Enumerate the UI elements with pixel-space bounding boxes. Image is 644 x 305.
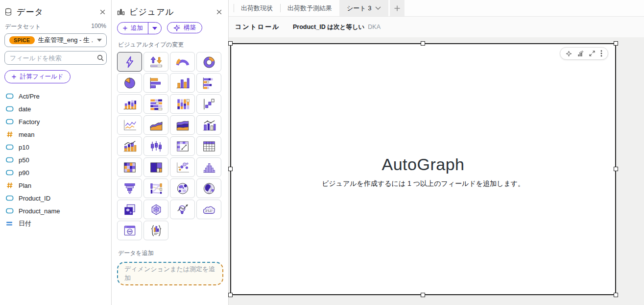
field-item-p50[interactable]: p50 — [4, 153, 107, 166]
measure-hash-icon — [5, 131, 14, 138]
dataset-label: データセット — [5, 23, 41, 31]
field-label: p90 — [19, 169, 29, 177]
sheet-tab-出荷数予測結果[interactable]: 出荷数予測結果 — [280, 0, 339, 16]
build-visual-icon[interactable] — [577, 51, 584, 57]
add-visual-split-button: 追加 — [117, 22, 162, 34]
dimension-icon — [5, 170, 14, 176]
resize-handle[interactable] — [228, 167, 233, 171]
visual-type-kpi-icon[interactable] — [143, 52, 168, 72]
autograph-title: AutoGraph — [276, 155, 570, 174]
dimension-icon — [5, 119, 14, 125]
build-button[interactable]: 構築 — [167, 22, 202, 33]
search-input[interactable] — [9, 54, 97, 62]
visual-type-bar-vertical-stacked-icon[interactable] — [117, 94, 142, 114]
field-well-placeholder[interactable]: ディメンションまたは測定を追加 — [117, 262, 223, 285]
visual-type-insights-icon[interactable] — [170, 200, 195, 219]
visual-type-area-icon[interactable] — [143, 115, 168, 135]
field-item-Product_name[interactable]: Product_name — [4, 204, 107, 217]
sheet-tabbar: 出荷数現状出荷数予測結果シート 3 — [229, 0, 644, 17]
sheet-tab-label: 出荷数予測結果 — [287, 4, 332, 13]
visual-type-pie-icon[interactable] — [117, 73, 142, 93]
maximize-icon[interactable] — [589, 51, 595, 56]
field-item-Factory[interactable]: Factory — [4, 115, 107, 128]
visual-type-bar-vertical-icon[interactable] — [170, 73, 195, 93]
resize-handle[interactable] — [421, 41, 425, 46]
visual-type-donut-icon[interactable] — [196, 52, 221, 72]
field-item-日付[interactable]: 日付 — [4, 217, 107, 230]
controls-bar: コントロール Product_ID は次と等しい DKA — [229, 17, 644, 38]
spice-badge: SPICE — [9, 36, 35, 44]
field-label: date — [19, 105, 31, 113]
field-list: Act/PredateFactorymeanp10p50p90PlanProdu… — [4, 90, 107, 230]
visual-type-area-stacked-icon[interactable] — [170, 115, 195, 135]
visual-type-funnel-icon[interactable] — [117, 178, 142, 198]
data-panel: データ データセット 100% SPICE 生産管理_eng - 生 ... 計… — [0, 0, 112, 305]
field-item-p90[interactable]: p90 — [4, 166, 107, 179]
visual-type-autograph-icon[interactable] — [117, 52, 142, 72]
field-item-mean[interactable]: mean — [4, 128, 107, 141]
visual-type-map-layers-icon[interactable] — [117, 200, 142, 219]
visual-type-map-filled-icon[interactable] — [196, 178, 221, 198]
close-data-panel-icon[interactable] — [98, 8, 107, 16]
visual-type-boxplot-icon[interactable] — [143, 136, 168, 156]
visual-type-table-icon[interactable] — [196, 136, 221, 156]
visual-type-sankey-icon[interactable] — [143, 178, 168, 198]
main-area: 出荷数現状出荷数予測結果シート 3 コントロール Product_ID は次と等… — [229, 0, 644, 305]
plus-icon — [122, 25, 128, 31]
chevron-down-icon[interactable] — [375, 6, 381, 10]
resize-handle[interactable] — [614, 167, 618, 171]
visual-type-heatmap-icon[interactable] — [117, 157, 142, 177]
selected-visual[interactable]: AutoGraph ビジュアルを作成するには 1 つ以上のフィールドを追加します… — [230, 43, 616, 295]
close-visual-panel-icon[interactable] — [215, 8, 223, 16]
field-label: Product_name — [19, 207, 60, 215]
resize-handle[interactable] — [421, 293, 425, 297]
add-visual-button[interactable]: 追加 — [118, 23, 148, 34]
field-label: Factory — [19, 118, 40, 126]
visual-type-scatter-icon[interactable] — [170, 157, 195, 177]
add-visual-dropdown[interactable] — [148, 23, 161, 34]
sheet-tab-出荷数現状[interactable]: 出荷数現状 — [234, 0, 280, 16]
sparkle-icon[interactable] — [566, 51, 572, 57]
resize-handle[interactable] — [228, 293, 233, 297]
filter-control-name: Product_ID は次と等しい — [293, 23, 364, 31]
visual-type-word-cloud-icon[interactable] — [196, 200, 221, 219]
visual-type-line-icon[interactable] — [117, 115, 142, 135]
field-item-Act/Pre[interactable]: Act/Pre — [4, 90, 107, 102]
field-label: Act/Pre — [19, 93, 40, 100]
add-sheet-button[interactable] — [390, 0, 405, 16]
visual-type-narrative-icon[interactable] — [143, 221, 168, 240]
menu-icon[interactable] — [600, 50, 602, 57]
visual-type-custom-content-icon[interactable] — [117, 221, 142, 240]
field-item-date[interactable]: date — [4, 102, 107, 115]
visual-type-combo-stacked-icon[interactable] — [117, 136, 142, 156]
resize-handle[interactable] — [614, 41, 618, 46]
visual-type-radar-icon[interactable] — [143, 200, 168, 219]
filter-control-value[interactable]: DKA — [368, 24, 381, 30]
resize-handle[interactable] — [614, 293, 618, 297]
field-item-p10[interactable]: p10 — [4, 141, 107, 153]
field-item-Product_ID[interactable]: Product_ID — [4, 192, 107, 204]
visual-panel-title: ビジュアル — [129, 6, 174, 18]
data-panel-title: データ — [17, 6, 44, 18]
visual-type-gauge-icon[interactable] — [170, 52, 195, 72]
visual-type-bar-horizontal-stacked-icon[interactable] — [196, 73, 221, 93]
visual-type-combo-icon[interactable] — [196, 115, 221, 135]
visual-type-waterfall-icon[interactable] — [196, 94, 221, 114]
visual-type-bar-horizontal-icon[interactable] — [143, 73, 168, 93]
visual-type-bar-horizontal-100-icon[interactable] — [143, 94, 168, 114]
field-label: 日付 — [19, 219, 31, 228]
plus-icon — [11, 74, 17, 79]
field-item-Plan[interactable]: Plan — [4, 179, 107, 192]
dataset-selector[interactable]: SPICE 生産管理_eng - 生 ... — [4, 33, 107, 47]
visual-type-histogram-icon[interactable] — [196, 157, 221, 177]
visual-type-treemap-icon[interactable] — [143, 157, 168, 177]
visual-type-bar-vertical-100-icon[interactable] — [170, 94, 195, 114]
sparkle-icon — [173, 25, 180, 31]
dimension-icon — [5, 157, 14, 163]
visual-type-map-points-icon[interactable] — [170, 178, 195, 198]
resize-handle[interactable] — [228, 41, 233, 46]
visual-type-pivot-table-icon[interactable] — [170, 136, 195, 156]
field-label: mean — [19, 131, 35, 138]
calculated-field-button[interactable]: 計算フィールド — [4, 70, 71, 83]
sheet-tab-シート 3[interactable]: シート 3 — [339, 0, 388, 16]
